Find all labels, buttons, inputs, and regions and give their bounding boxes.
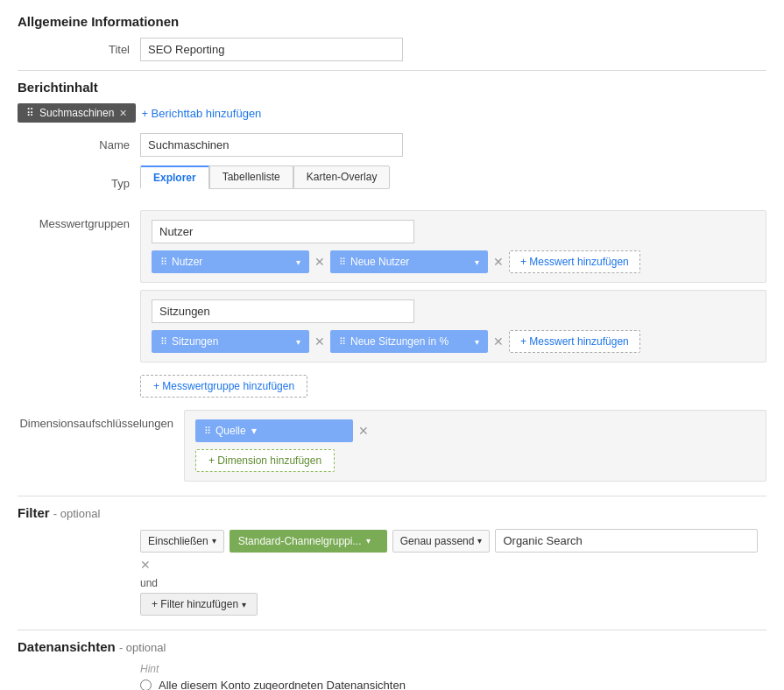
dim-section: Dimensionsaufschlüsselungen ⠿ Quelle ▾ ✕… <box>18 410 766 482</box>
titel-input[interactable] <box>140 38 403 61</box>
dim-row: ⠿ Quelle ▾ ✕ <box>195 419 755 442</box>
chevron-down-icon-nutzer: ▾ <box>296 257 300 267</box>
add-group-btn[interactable]: + Messwertgruppe hinzufügen <box>140 375 307 398</box>
drag-handle-icon-3: ⠿ <box>160 336 166 348</box>
suchmaschinen-tab-chip[interactable]: ⠿ Suchmaschinen ✕ <box>18 103 136 123</box>
filter-optional-text: - optional <box>53 507 100 520</box>
messwert-groups: ⠿ Nutzer ▾ ✕ ⠿ Neue Nutzer ▾ ✕ + Messwer… <box>140 210 766 398</box>
metric-label-neue-sitzungen: Neue Sitzungen in % <box>350 335 449 348</box>
daten-title: Datenansichten - optional <box>18 639 766 654</box>
metrics-row-sitzungen: ⠿ Sitzungen ▾ ✕ ⠿ Neue Sitzungen in % ▾ … <box>152 330 755 353</box>
metric-remove-nutzer[interactable]: ✕ <box>314 255 325 269</box>
titel-label: Titel <box>18 43 140 56</box>
name-label: Name <box>18 138 140 151</box>
metric-dropdown-neue-sitzungen[interactable]: ⠿ Neue Sitzungen in % ▾ <box>330 330 488 353</box>
add-dim-btn[interactable]: + Dimension hinzufügen <box>195 449 335 472</box>
group-name-sitzungen[interactable] <box>152 299 414 323</box>
add-filter-label: + Filter hinzufügen <box>152 598 238 610</box>
add-filter-row: + Filter hinzufügen ▾ <box>140 593 766 616</box>
chevron-down-include-icon: ▾ <box>212 536 216 546</box>
drag-handle-icon-4: ⠿ <box>339 336 345 348</box>
group-name-nutzer[interactable] <box>152 220 414 243</box>
dim-dropdown-quelle[interactable]: ⠿ Quelle ▾ <box>195 419 353 442</box>
add-filter-btn[interactable]: + Filter hinzufügen ▾ <box>140 593 258 616</box>
radio-all[interactable] <box>140 679 152 690</box>
hint-text: Hint <box>140 663 766 675</box>
type-tabs: Explorer Tabellenliste Karten-Overlay <box>140 165 390 189</box>
dim-remove-quelle[interactable]: ✕ <box>358 424 369 438</box>
metric-dropdown-neue-nutzer[interactable]: ⠿ Neue Nutzer ▾ <box>330 250 488 273</box>
messwert-label: Messwertgruppen <box>18 210 140 230</box>
dim-label: Dimensionsaufschlüsselungen <box>18 410 184 430</box>
daten-title-text: Datenansichten <box>18 639 116 654</box>
metric-remove-sitzungen[interactable]: ✕ <box>314 334 325 349</box>
typ-row: Typ Explorer Tabellenliste Karten-Overla… <box>18 165 766 201</box>
filter-include-label: Einschließen <box>148 535 208 547</box>
divider-2 <box>18 496 766 496</box>
name-input[interactable] <box>140 133 403 157</box>
chevron-down-filter-icon: ▾ <box>242 600 246 609</box>
drag-handle-icon-2: ⠿ <box>339 257 345 268</box>
page-container: Allgemeine Informationen Titel Berichtin… <box>0 0 784 690</box>
dim-content: ⠿ Quelle ▾ ✕ + Dimension hinzufügen <box>184 410 766 482</box>
filter-include-select[interactable]: Einschließen ▾ <box>140 530 224 553</box>
name-row: Name <box>18 133 766 157</box>
chevron-down-icon-neue-sitzungen: ▾ <box>475 337 479 347</box>
radio-all-label: Alle diesem Konto zugeordneten Datenansi… <box>159 679 406 690</box>
titel-row: Titel <box>18 38 766 61</box>
metrics-row-nutzer: ⠿ Nutzer ▾ ✕ ⠿ Neue Nutzer ▾ ✕ + Messwer… <box>152 250 755 273</box>
filter-row: Einschließen ▾ Standard-Channelgruppi...… <box>140 529 766 572</box>
drag-dots-icon: ⠿ <box>26 107 34 119</box>
chevron-down-icon-neue-nutzer: ▾ <box>475 257 479 267</box>
filter-channel-select[interactable]: Standard-Channelgruppi... ▾ <box>230 530 387 553</box>
metric-label-nutzer: Nutzer <box>172 256 202 268</box>
filter-und-text: und <box>140 577 766 589</box>
divider-1 <box>18 70 766 71</box>
daten-section: Datenansichten - optional Hint Alle dies… <box>18 639 766 690</box>
add-metric-btn-nutzer[interactable]: + Messwert hinzufügen <box>509 250 640 273</box>
filter-value-input[interactable] <box>495 529 758 553</box>
filter-section: Filter - optional Einschließen ▾ Standar… <box>18 505 766 616</box>
add-tab-link[interactable]: + Berichttab hinzufügen <box>141 107 261 120</box>
berichtinhalt-title: Berichtinhalt <box>18 80 766 95</box>
daten-optional-text: - optional <box>119 641 166 654</box>
chevron-down-channel-icon: ▾ <box>366 536 371 546</box>
filter-match-select[interactable]: Genau passend ▾ <box>392 530 491 553</box>
metric-dropdown-nutzer[interactable]: ⠿ Nutzer ▾ <box>152 250 309 273</box>
divider-3 <box>18 630 766 630</box>
filter-title: Filter - optional <box>18 505 766 520</box>
filter-match-label: Genau passend <box>400 535 475 547</box>
radio-all-row: Alle diesem Konto zugeordneten Datenansi… <box>140 679 766 690</box>
tabs-bar: ⠿ Suchmaschinen ✕ + Berichttab hinzufüge… <box>18 103 766 123</box>
dim-label-quelle: Quelle <box>215 425 246 437</box>
chevron-down-match-icon: ▾ <box>477 536 482 546</box>
tab-chip-label: Suchmaschinen <box>39 107 114 119</box>
type-tab-tabellenliste[interactable]: Tabellenliste <box>209 165 293 189</box>
chevron-down-dim-icon: ▾ <box>251 425 257 437</box>
type-tab-explorer[interactable]: Explorer <box>140 165 209 189</box>
drag-handle-dim-icon: ⠿ <box>204 426 210 437</box>
messwert-section: Messwertgruppen ⠿ Nutzer ▾ ✕ ⠿ <box>18 210 766 398</box>
tab-chip-close-icon[interactable]: ✕ <box>119 108 127 119</box>
chevron-down-icon-sitzungen: ▾ <box>296 337 300 347</box>
allgemeine-section: Allgemeine Informationen Titel <box>18 14 766 61</box>
filter-channel-label: Standard-Channelgruppi... <box>238 535 362 547</box>
allgemeine-title: Allgemeine Informationen <box>18 14 766 29</box>
berichtinhalt-section: Berichtinhalt ⠿ Suchmaschinen ✕ + Berich… <box>18 80 766 482</box>
type-tab-karten-overlay[interactable]: Karten-Overlay <box>293 165 391 189</box>
metric-dropdown-sitzungen[interactable]: ⠿ Sitzungen ▾ <box>152 330 309 353</box>
messwert-group-nutzer: ⠿ Nutzer ▾ ✕ ⠿ Neue Nutzer ▾ ✕ + Messwer… <box>140 210 766 283</box>
metric-label-sitzungen: Sitzungen <box>172 335 218 348</box>
metric-remove-neue-nutzer[interactable]: ✕ <box>493 255 504 269</box>
typ-label: Typ <box>18 177 140 190</box>
filter-title-text: Filter <box>18 505 50 520</box>
filter-remove-icon[interactable]: ✕ <box>140 558 151 572</box>
add-metric-btn-sitzungen[interactable]: + Messwert hinzufügen <box>509 330 640 353</box>
messwert-group-sitzungen: ⠿ Sitzungen ▾ ✕ ⠿ Neue Sitzungen in % ▾ … <box>140 290 766 363</box>
drag-handle-icon: ⠿ <box>160 257 166 268</box>
metric-remove-neue-sitzungen[interactable]: ✕ <box>493 334 504 349</box>
metric-label-neue-nutzer: Neue Nutzer <box>350 256 409 268</box>
